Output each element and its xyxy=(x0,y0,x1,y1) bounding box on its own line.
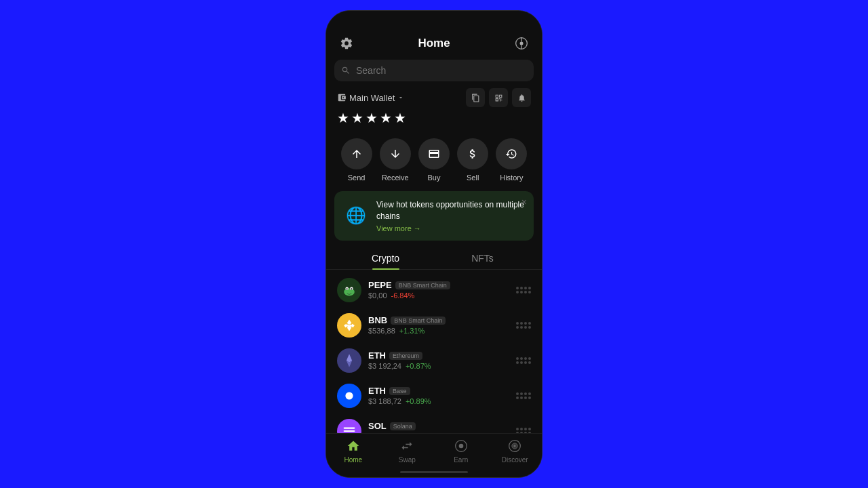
header: Home xyxy=(326,30,542,60)
discover-icon xyxy=(507,438,523,454)
token-menu-eth-base[interactable] xyxy=(516,392,531,399)
chevron-down-icon xyxy=(397,94,404,101)
token-logo-bnb xyxy=(337,313,361,338)
token-info-bnb: BNB BNB Smart Chain $536,88 +1.31% xyxy=(368,315,509,335)
action-buttons: Send Receive Buy Sell History xyxy=(326,131,542,188)
token-logo-pepe xyxy=(337,278,361,302)
token-info-eth-base: ETH Base $3 188,72 +0.89% xyxy=(368,386,509,405)
token-logo-sol xyxy=(337,419,361,433)
svg-point-9 xyxy=(351,288,352,289)
wallet-section: Main Wallet xyxy=(326,88,542,131)
token-list: PEPE BNB Smart Chain $0,00 -6.84% BNB xyxy=(326,270,542,433)
nav-discover[interactable]: Discover xyxy=(488,438,542,464)
wallet-action-icons xyxy=(466,88,531,107)
promo-link[interactable]: View more → xyxy=(376,224,526,232)
token-info-sol: SOL Solana $144,97 +3.66% xyxy=(368,421,509,433)
search-bar[interactable] xyxy=(334,60,534,81)
phone-frame: Home Main Wallet xyxy=(326,10,542,478)
nav-home[interactable]: Home xyxy=(326,438,380,464)
home-indicator xyxy=(326,466,542,477)
send-button[interactable]: Send xyxy=(341,138,372,182)
swap-icon xyxy=(399,438,415,454)
token-info-pepe: PEPE BNB Smart Chain $0,00 -6.84% xyxy=(368,280,509,300)
tab-nfts[interactable]: NFTs xyxy=(434,247,531,269)
promo-banner: 🌐 View hot tokens opportunities on multi… xyxy=(334,191,534,241)
svg-point-1 xyxy=(519,42,523,45)
tab-crypto[interactable]: Crypto xyxy=(337,247,434,269)
token-menu-sol[interactable] xyxy=(516,428,531,433)
svg-rect-23 xyxy=(344,430,355,431)
settings-button[interactable] xyxy=(337,34,356,53)
wallet-name[interactable]: Main Wallet xyxy=(337,93,404,103)
notification-button[interactable] xyxy=(512,88,531,107)
search-icon xyxy=(341,66,351,75)
wallet-balance: ★★★★★ xyxy=(337,110,531,126)
list-item[interactable]: SOL Solana $144,97 +3.66% xyxy=(326,413,542,433)
status-bar xyxy=(326,11,542,30)
nav-swap[interactable]: Swap xyxy=(380,438,435,464)
list-item[interactable]: BNB BNB Smart Chain $536,88 +1.31% xyxy=(326,308,542,343)
search-input[interactable] xyxy=(356,65,527,76)
svg-point-35 xyxy=(514,445,516,447)
token-logo-eth-base xyxy=(337,384,361,408)
svg-point-32 xyxy=(458,444,463,449)
token-menu-eth-ethereum[interactable] xyxy=(516,357,531,364)
wallet-icon xyxy=(337,93,347,102)
list-item[interactable]: ETH Ethereum $3 192,24 +0.87% xyxy=(326,343,542,378)
promo-icon: 🌐 xyxy=(342,202,370,229)
crypto-nft-tabs: Crypto NFTs xyxy=(326,247,542,270)
promo-title: View hot tokens opportunities on multipl… xyxy=(376,199,526,222)
home-icon xyxy=(345,438,361,454)
buy-button[interactable]: Buy xyxy=(418,138,450,182)
wallet-header: Main Wallet xyxy=(337,88,531,107)
earn-icon xyxy=(453,438,469,454)
sell-button[interactable]: Sell xyxy=(457,138,488,182)
token-logo-eth-ethereum xyxy=(337,348,361,373)
token-info-eth-ethereum: ETH Ethereum $3 192,24 +0.87% xyxy=(368,350,509,370)
history-button[interactable]: History xyxy=(496,138,527,182)
receive-button[interactable]: Receive xyxy=(380,138,411,182)
bottom-navigation: Home Swap Earn Discover xyxy=(326,433,542,466)
promo-text: View hot tokens opportunities on multipl… xyxy=(376,199,526,232)
promo-close-button[interactable]: × xyxy=(521,197,527,207)
token-menu-bnb[interactable] xyxy=(516,322,531,329)
list-item[interactable]: ETH Base $3 188,72 +0.89% xyxy=(326,378,542,413)
connect-button[interactable] xyxy=(512,34,531,53)
list-item[interactable]: PEPE BNB Smart Chain $0,00 -6.84% xyxy=(326,272,542,308)
token-menu-pepe[interactable] xyxy=(516,287,531,293)
svg-point-8 xyxy=(347,288,348,289)
nav-earn[interactable]: Earn xyxy=(434,438,488,464)
copy-button[interactable] xyxy=(466,88,485,107)
qr-button[interactable] xyxy=(489,88,508,107)
svg-point-20 xyxy=(345,392,353,399)
page-title: Home xyxy=(418,37,450,50)
svg-rect-22 xyxy=(344,427,355,428)
